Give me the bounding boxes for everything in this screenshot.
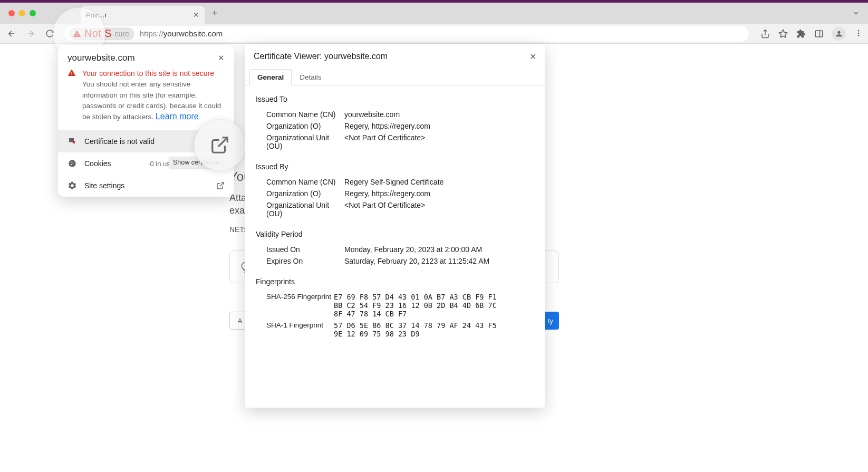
issued-on-value: Monday, February 20, 2023 at 2:00:00 AM xyxy=(344,245,482,254)
tab-close-button[interactable]: ✕ xyxy=(193,11,199,19)
address-bar[interactable]: Not Scure https://yourwebsite.com xyxy=(64,26,749,42)
not-secure-label: Not S xyxy=(84,27,112,40)
share-icon[interactable] xyxy=(760,29,770,38)
certificate-item-label: Certificate is not valid xyxy=(84,137,155,146)
cookie-icon xyxy=(67,159,77,168)
gear-icon xyxy=(67,181,77,190)
tab-general[interactable]: General xyxy=(249,69,292,85)
svg-line-17 xyxy=(218,138,227,147)
open-external-icon xyxy=(210,135,230,155)
extensions-icon[interactable] xyxy=(796,29,806,38)
svg-marker-3 xyxy=(779,30,787,37)
tab-bar: Priv…r ✕ + xyxy=(0,3,868,24)
cert-viewer-tabs: General Details xyxy=(245,69,545,85)
back-button[interactable] xyxy=(4,26,19,41)
issued-to-heading: Issued To xyxy=(256,95,534,103)
certificate-viewer-dialog: Certificate Viewer: yourwebsite.com ✕ Ge… xyxy=(245,44,545,408)
page-bg-text: NET: xyxy=(229,225,245,234)
url-display: https://yourwebsite.com xyxy=(140,29,223,38)
field-label: Common Name (CN) xyxy=(266,110,344,119)
not-secure-suffix: cure xyxy=(115,30,129,38)
open-external-icon xyxy=(216,181,225,190)
field-label: Expires On xyxy=(266,257,344,265)
field-label: Organization (O) xyxy=(266,189,344,198)
tab-details[interactable]: Details xyxy=(292,69,329,85)
svg-point-12 xyxy=(71,162,72,163)
site-info-title: yourwebsite.com xyxy=(67,53,135,63)
url-scheme: https xyxy=(140,29,157,38)
window-close-button[interactable] xyxy=(8,10,15,16)
site-info-close-button[interactable]: ✕ xyxy=(218,53,225,63)
cookies-item-label: Cookies xyxy=(84,159,111,168)
issued-by-ou-value: <Not Part Of Certificate> xyxy=(344,201,425,218)
browser-tab[interactable]: Priv…r ✕ xyxy=(81,6,205,24)
issued-by-cn-value: Regery Self-Signed Certificate xyxy=(344,178,443,186)
security-chip[interactable]: Not Scure xyxy=(70,27,134,40)
svg-line-16 xyxy=(220,182,224,186)
sha256-fingerprint-value: E7 69 F8 57 D4 43 01 0A B7 A3 CB F9 F1 B… xyxy=(334,293,503,318)
expires-on-value: Saturday, February 20, 2123 at 11:25:42 … xyxy=(344,257,489,265)
new-tab-button[interactable]: + xyxy=(212,8,218,19)
toolbar-actions xyxy=(760,27,864,41)
svg-rect-4 xyxy=(815,31,823,37)
sha1-fingerprint-value: 57 D6 5E 86 8C 37 14 78 79 AF 24 43 F5 9… xyxy=(334,321,503,338)
field-label: SHA-256 Fingerprint xyxy=(266,293,334,318)
site-settings-label: Site settings xyxy=(84,181,124,190)
issued-by-heading: Issued By xyxy=(256,162,534,171)
learn-more-link[interactable]: Learn more xyxy=(156,112,199,121)
svg-point-14 xyxy=(71,165,72,166)
validity-heading: Validity Period xyxy=(256,230,534,238)
field-label: Common Name (CN) xyxy=(266,178,344,186)
site-info-popup: yourwebsite.com ✕ Your connection to thi… xyxy=(58,45,234,197)
magnifier-highlight-2 xyxy=(194,119,246,171)
issued-to-cn-value: yourwebsite.com xyxy=(344,110,400,119)
warning-triangle-icon xyxy=(67,69,76,123)
window-minimize-button[interactable] xyxy=(19,10,25,16)
reload-button[interactable] xyxy=(42,26,57,41)
svg-point-6 xyxy=(858,30,860,32)
warning-triangle-icon xyxy=(73,30,81,38)
svg-rect-9 xyxy=(73,141,75,144)
field-label: Organizational Unit (OU) xyxy=(266,133,344,150)
tab-title: Priv…r xyxy=(86,11,107,19)
connection-warning-text: Your connection to this site is not secu… xyxy=(82,69,225,79)
profile-avatar[interactable] xyxy=(832,27,846,41)
bookmark-star-icon[interactable] xyxy=(778,29,788,38)
field-label: Organization (O) xyxy=(266,122,344,130)
window-maximize-button[interactable] xyxy=(30,10,36,16)
cert-viewer-body: Issued To Common Name (CN)yourwebsite.co… xyxy=(245,85,545,349)
svg-point-13 xyxy=(73,163,74,164)
cert-viewer-title: Certificate Viewer: yourwebsite.com xyxy=(254,52,388,61)
issued-to-o-value: Regery, https://regery.com xyxy=(344,122,430,130)
issued-to-ou-value: <Not Part Of Certificate> xyxy=(344,133,425,150)
field-label: Issued On xyxy=(266,245,344,254)
kebab-menu-icon[interactable] xyxy=(854,29,864,38)
window-controls xyxy=(8,10,36,16)
site-info-header: yourwebsite.com ✕ xyxy=(58,45,234,69)
connection-warning-description: You should not enter any sensitive infor… xyxy=(82,80,221,121)
field-label: SHA-1 Fingerprint xyxy=(266,321,334,338)
cert-viewer-close-button[interactable]: ✕ xyxy=(529,52,536,62)
browser-toolbar: Not Scure https://yourwebsite.com xyxy=(0,24,868,44)
tab-list-chevron-icon[interactable] xyxy=(852,9,860,17)
cert-viewer-titlebar: Certificate Viewer: yourwebsite.com ✕ xyxy=(245,44,545,69)
side-panel-icon[interactable] xyxy=(814,29,824,38)
site-info-body: Your connection to this site is not secu… xyxy=(58,69,234,130)
certificate-invalid-icon xyxy=(67,137,77,146)
fingerprints-heading: Fingerprints xyxy=(256,277,534,286)
site-settings-item[interactable]: Site settings xyxy=(58,175,234,197)
issued-by-o-value: Regery, https://regery.com xyxy=(344,189,430,198)
svg-point-11 xyxy=(69,160,76,168)
svg-point-8 xyxy=(858,35,860,36)
field-label: Organizational Unit (OU) xyxy=(266,201,344,218)
forward-button[interactable] xyxy=(23,26,38,41)
svg-point-7 xyxy=(858,32,860,34)
